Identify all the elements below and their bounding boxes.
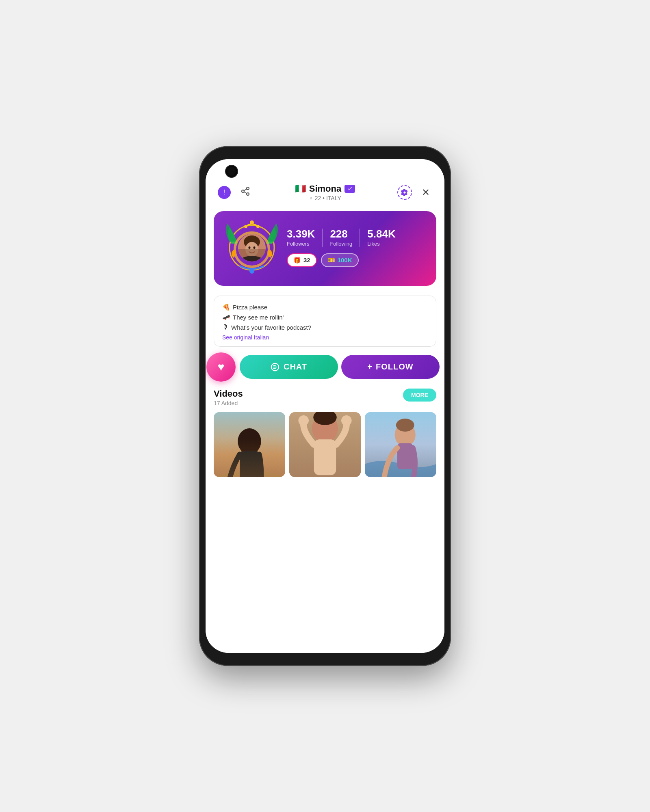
videos-title: Videos	[214, 389, 243, 399]
video-thumbnail-3[interactable]	[365, 412, 436, 477]
svg-point-18	[214, 471, 285, 477]
close-icon: ✕	[422, 187, 430, 198]
likes-label: Likes	[367, 241, 379, 247]
follow-label: FOLLOW	[376, 362, 414, 371]
share-icon	[240, 186, 250, 199]
svg-point-27	[341, 415, 352, 426]
videos-section: Videos 17 Added MORE	[214, 389, 436, 477]
svg-line-4	[244, 189, 247, 191]
more-button[interactable]: MORE	[403, 389, 436, 402]
video-thumbnail-2[interactable]	[289, 412, 361, 477]
svg-point-14	[249, 246, 251, 249]
following-label: Following	[330, 241, 352, 247]
likes-value: 5.84K	[367, 229, 395, 239]
bio-line-2: 🛹 They see me rollin'	[222, 313, 428, 321]
svg-rect-20	[240, 451, 259, 477]
bio-text-3: What's your favorite podcast?	[231, 324, 311, 331]
bio-text-2: They see me rollin'	[233, 314, 284, 321]
action-row: ♥ CHAT + FOLLOW	[210, 355, 440, 379]
phone-body: !	[199, 146, 451, 666]
shield-button[interactable]: !	[217, 185, 232, 200]
close-button[interactable]: ✕	[418, 185, 433, 200]
bio-emoji-1: 🍕	[222, 303, 230, 311]
screen-content: !	[206, 159, 444, 653]
coins-emoji: 🎫	[327, 257, 335, 264]
gift-emoji: 🎁	[293, 257, 301, 264]
profile-header: !	[206, 159, 444, 208]
avatar-frame	[223, 219, 280, 276]
gender-symbol: ♀	[309, 195, 313, 201]
svg-point-30	[396, 419, 414, 432]
phone-screen: !	[206, 159, 444, 653]
following-value: 228	[330, 229, 347, 239]
coins-count: 100K	[338, 257, 352, 263]
bio-line-3: 🎙 What's your favorite podcast?	[222, 324, 428, 331]
username-row: 🇮🇹 Simona	[295, 184, 355, 194]
bio-line-1: 🍕 Pizza please	[222, 303, 428, 311]
svg-point-6	[250, 220, 254, 225]
video-grid	[214, 412, 436, 477]
gifts-badge[interactable]: 🎁 32	[287, 253, 317, 267]
svg-rect-17	[214, 412, 285, 477]
video-thumbnail-1[interactable]	[214, 412, 285, 477]
gifts-count: 32	[303, 257, 310, 263]
see-original-link[interactable]: See original Italian	[222, 334, 428, 341]
user-identity: 🇮🇹 Simona ♀ 22 • ITALY	[253, 184, 397, 201]
followers-value: 3.39K	[287, 229, 315, 239]
svg-point-8	[256, 225, 260, 228]
header-right-actions: ✕	[397, 185, 433, 200]
svg-point-26	[298, 415, 309, 426]
followers-label: Followers	[287, 241, 310, 247]
stats-info: 3.39K Followers 228 Following 5.84K Like…	[280, 229, 427, 267]
bio-emoji-2: 🛹	[222, 313, 230, 321]
camera-hole	[226, 166, 237, 177]
chat-icon	[271, 363, 280, 371]
likes-stat: 5.84K Likes	[360, 229, 403, 247]
chat-label: CHAT	[284, 362, 307, 371]
country-flag: 🇮🇹	[295, 184, 306, 194]
header-left-actions: !	[217, 185, 253, 200]
svg-point-19	[238, 428, 261, 454]
bio-card: 🍕 Pizza please 🛹 They see me rollin' 🎙 W…	[214, 296, 436, 347]
phone-device: !	[199, 146, 451, 666]
stats-numbers: 3.39K Followers 228 Following 5.84K Like…	[287, 229, 427, 247]
settings-button[interactable]	[397, 185, 412, 200]
action-buttons-area: ♥ CHAT + FOLLOW	[206, 347, 444, 379]
user-age: 22	[315, 195, 321, 201]
videos-header: Videos 17 Added MORE	[214, 389, 436, 406]
svg-point-7	[244, 225, 247, 228]
following-stat: 228 Following	[322, 229, 360, 247]
svg-point-13	[245, 242, 258, 257]
heart-icon: ♥	[218, 361, 225, 374]
avatar-photo	[238, 234, 266, 261]
verified-badge	[344, 185, 355, 193]
follow-button[interactable]: + FOLLOW	[341, 355, 440, 379]
share-button[interactable]	[238, 185, 253, 200]
bio-text-1: Pizza please	[233, 304, 267, 311]
svg-line-3	[244, 192, 247, 194]
svg-point-15	[254, 246, 256, 249]
badges-row: 🎁 32 🎫 100K	[287, 253, 427, 267]
user-meta: ♀ 22 • ITALY	[309, 195, 341, 201]
avatar-image	[238, 234, 266, 261]
username-text: Simona	[309, 184, 341, 194]
shield-icon: !	[218, 186, 231, 199]
coins-badge[interactable]: 🎫 100K	[321, 253, 359, 267]
videos-title-area: Videos 17 Added	[214, 389, 243, 406]
chat-button[interactable]: CHAT	[240, 355, 338, 379]
svg-point-10	[249, 269, 254, 274]
avatar-area	[223, 219, 280, 276]
followers-stat: 3.39K Followers	[287, 229, 322, 247]
videos-subtitle: 17 Added	[214, 400, 243, 406]
stats-card: 3.39K Followers 228 Following 5.84K Like…	[214, 211, 436, 286]
like-button[interactable]: ♥	[206, 352, 236, 382]
svg-rect-25	[314, 439, 336, 475]
bio-emoji-3: 🎙	[222, 324, 229, 331]
follow-plus-icon: +	[367, 362, 373, 371]
user-country: ITALY	[326, 195, 341, 201]
